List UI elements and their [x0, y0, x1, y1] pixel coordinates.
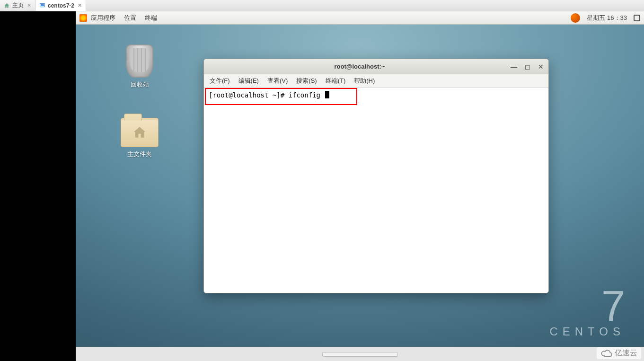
gnome-top-bar: 应用程序 位置 终端 星期五 16：33 [76, 11, 644, 25]
svg-rect-1 [41, 4, 44, 6]
trash-icon [126, 44, 153, 78]
host-tab-label: 主页 [12, 1, 24, 9]
vm-icon [39, 2, 45, 9]
bottom-bar [76, 347, 644, 361]
desktop-icon-home[interactable]: 主文件夹 [114, 118, 166, 158]
window-title: root@localhost:~ [209, 63, 511, 70]
window-titlebar[interactable]: root@localhost:~ — ◻ ✕ [204, 59, 548, 74]
centos-watermark: 7 CENTOS [549, 289, 625, 338]
power-icon[interactable] [571, 13, 580, 23]
maximize-button[interactable]: ◻ [525, 63, 530, 70]
folder-icon [121, 118, 159, 147]
cloud-label: 亿速云 [615, 348, 637, 358]
terminal-menubar: 文件(F) 编辑(E) 查看(V) 搜索(S) 终端(T) 帮助(H) [204, 74, 548, 88]
centos-word: CENTOS [549, 325, 625, 338]
network-icon[interactable] [634, 15, 640, 21]
menu-places[interactable]: 位置 [124, 14, 136, 22]
terminal-prompt: [root@localhost ~]# ifconfig [209, 91, 324, 99]
close-icon[interactable]: ✕ [78, 2, 82, 9]
cursor-icon [325, 91, 329, 98]
menu-applications[interactable]: 应用程序 [91, 14, 115, 22]
minimize-button[interactable]: — [511, 63, 517, 70]
highlighted-command: [root@localhost ~]# ifconfig [205, 88, 357, 105]
menu-help[interactable]: 帮助(H) [354, 77, 375, 85]
cloud-icon [600, 349, 613, 358]
guest-desktop[interactable]: 应用程序 位置 终端 星期五 16：33 回收站 主文件夹 root@loc [76, 11, 644, 361]
desktop-icon-trash[interactable]: 回收站 [114, 44, 166, 89]
clock-label[interactable]: 星期五 16：33 [587, 14, 627, 22]
home-icon [4, 2, 10, 9]
close-icon[interactable]: ✕ [27, 2, 31, 9]
cloud-watermark: 亿速云 [597, 347, 641, 359]
menu-terminal[interactable]: 终端(T) [326, 77, 346, 85]
desktop-icon-label: 回收站 [114, 80, 166, 89]
host-tab-home[interactable]: 主页 ✕ [0, 0, 35, 11]
menu-terminal[interactable]: 终端 [145, 14, 157, 22]
host-tab-bar: 主页 ✕ centos7-2 ✕ [0, 0, 644, 11]
activities-icon [79, 14, 87, 22]
menu-edit[interactable]: 编辑(E) [238, 77, 259, 85]
menu-search[interactable]: 搜索(S) [296, 77, 317, 85]
taskbar-handle[interactable] [322, 352, 398, 357]
desktop-icon-label: 主文件夹 [114, 150, 166, 158]
terminal-body[interactable]: [root@localhost ~]# ifconfig [204, 88, 548, 293]
centos-numeral: 7 [549, 289, 625, 323]
menu-view[interactable]: 查看(V) [267, 77, 288, 85]
host-tab-label: centos7-2 [48, 2, 74, 9]
close-button[interactable]: ✕ [538, 63, 544, 70]
host-tab-centos[interactable]: centos7-2 ✕ [35, 0, 86, 11]
terminal-window: root@localhost:~ — ◻ ✕ 文件(F) 编辑(E) 查看(V)… [203, 59, 549, 293]
menu-file[interactable]: 文件(F) [210, 77, 230, 85]
host-sidebar [0, 11, 76, 361]
